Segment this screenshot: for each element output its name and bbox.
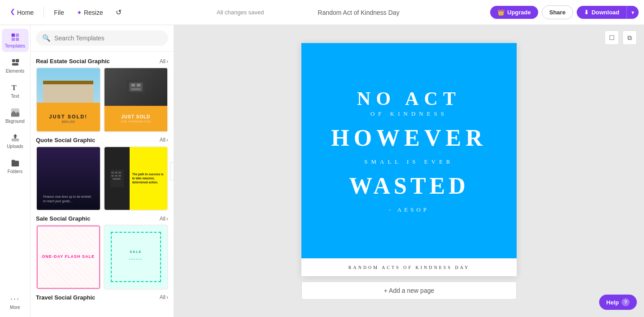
divider [44, 7, 44, 18]
frame-view-button[interactable]: ☐ [605, 30, 619, 45]
sidebar-more-label: More [10, 305, 20, 310]
svg-text:T: T [11, 83, 16, 92]
sale-grid: ONE-DAY FLASH SALE SALE [30, 225, 174, 290]
sidebar-item-uploads[interactable]: Uploads [2, 129, 29, 152]
topbar-center: All changes saved Random Act of Kindness… [130, 9, 487, 16]
search-input[interactable] [54, 35, 162, 42]
canvas-area: ☐ ⧉ NO ACT OF KINDNESS HOWEVER SMALL IS … [174, 25, 644, 317]
elements-icon [10, 57, 20, 67]
sidebar-folders-label: Folders [8, 169, 22, 174]
q1-text: Finance now lives up to be tenfold; to r… [43, 195, 93, 204]
resize-button[interactable]: ✦ Resize [72, 6, 108, 19]
canvas-footer: RANDOM ACTS OF KINDNESS DAY [301, 258, 517, 276]
chevron-right-icon: › [166, 137, 168, 143]
re1-price-text: $854,200 [62, 120, 75, 123]
home-button[interactable]: ❯ Home [5, 6, 38, 19]
collapse-panel-button[interactable]: ‹ [170, 162, 174, 180]
svg-point-4 [12, 59, 15, 62]
svg-rect-5 [15, 59, 18, 62]
template-item[interactable]: ONE-DAY FLASH SALE [36, 225, 101, 290]
main-layout: Templates Elements T Text Bkground [0, 25, 644, 317]
download-button-group: ⬇ Download ▾ [577, 6, 639, 19]
travel-title: Travel Social Graphic [36, 294, 95, 301]
help-icon: ? [622, 298, 630, 306]
chevron-left-icon: ❯ [10, 9, 15, 16]
chevron-right-icon: › [166, 216, 168, 222]
svg-rect-18 [118, 172, 121, 174]
quote-all-label: All [160, 137, 165, 143]
download-arrow-button[interactable]: ▾ [627, 6, 639, 19]
keyboard-img-icon [110, 169, 124, 187]
text-icon: T [10, 83, 20, 92]
svg-rect-0 [11, 34, 14, 37]
search-input-wrap: 🔍 [36, 30, 168, 46]
sidebar-templates-label: Templates [5, 43, 26, 48]
sidebar-elements-label: Elements [6, 69, 25, 74]
svg-rect-21 [118, 175, 121, 177]
design-line2: OF KINDNESS [370, 110, 448, 117]
design-line4: SMALL IS EVER [364, 158, 454, 165]
file-button[interactable]: File [49, 6, 69, 19]
template-item[interactable]: SALE [104, 225, 169, 290]
svg-rect-12 [131, 84, 135, 87]
frame-icon: ☐ [609, 34, 615, 41]
copy-page-button[interactable]: ⧉ [622, 30, 637, 45]
svg-rect-2 [11, 38, 14, 41]
chevron-right-icon: › [166, 294, 168, 300]
canvas-page: NO ACT OF KINDNESS HOWEVER SMALL IS EVER… [301, 43, 517, 276]
topbar-right: 👑 Upgrade Share ⬇ Download ▾ [490, 5, 639, 19]
template-item[interactable]: The path to success is to take massive, … [104, 146, 169, 211]
design-line3: HOWEVER [331, 125, 487, 151]
more-dots-icon: ··· [10, 294, 20, 304]
sidebar-item-elements[interactable]: Elements [2, 54, 29, 77]
share-button[interactable]: Share [542, 5, 573, 19]
real-estate-title: Real Estate Social Graphic [36, 58, 110, 65]
quote-all-button[interactable]: All › [160, 137, 168, 143]
real-estate-all-label: All [160, 58, 165, 65]
travel-all-button[interactable]: All › [160, 294, 168, 300]
sidebar-item-more[interactable]: ··· More [2, 291, 29, 313]
download-main-button[interactable]: ⬇ Download [577, 6, 627, 19]
add-page-button[interactable]: + Add a new page [301, 282, 517, 300]
svg-rect-13 [137, 84, 140, 87]
svg-rect-16 [111, 172, 114, 174]
sidebar-item-folders[interactable]: Folders [2, 154, 29, 178]
sidebar-item-background[interactable]: Bkground [2, 104, 29, 127]
upgrade-button[interactable]: 👑 Upgrade [490, 6, 538, 19]
upgrade-label: Upgrade [507, 9, 531, 16]
sale-decoration-icon [129, 255, 143, 264]
canvas-top-icons: ☐ ⧉ [605, 30, 637, 45]
topbar: ❯ Home File ✦ Resize ↺ All changes saved… [0, 0, 644, 25]
re1-sold-text: JUST SOLD! [49, 114, 87, 119]
background-icon [10, 108, 20, 117]
sidebar-icons: Templates Elements T Text Bkground [0, 25, 30, 317]
help-button[interactable]: Help ? [599, 295, 637, 310]
svg-rect-19 [111, 175, 114, 177]
chevron-right-icon: › [166, 58, 168, 65]
canvas-design[interactable]: NO ACT OF KINDNESS HOWEVER SMALL IS EVER… [301, 43, 517, 258]
template-item[interactable]: Finance now lives up to be tenfold; to r… [36, 146, 101, 211]
home-label: Home [17, 9, 34, 16]
template-item[interactable]: JUST SOLD! $854,200 [36, 67, 101, 132]
sidebar-item-templates[interactable]: Templates [2, 29, 29, 52]
uploads-icon [10, 133, 20, 143]
sidebar-uploads-label: Uploads [7, 144, 23, 149]
resize-label: Resize [84, 9, 103, 16]
search-icon: 🔍 [42, 34, 51, 42]
download-icon: ⬇ [584, 9, 589, 16]
design-line5: WASTED [349, 173, 469, 199]
canvas-footer-text: RANDOM ACTS OF KINDNESS DAY [348, 265, 470, 270]
topbar-left: ❯ Home File ✦ Resize ↺ [5, 5, 126, 19]
sidebar-item-text[interactable]: T Text [2, 79, 29, 102]
real-estate-grid: JUST SOLD! $854,200 [30, 67, 174, 132]
sale-title: Sale Social Graphic [36, 215, 90, 222]
real-estate-all-button[interactable]: All › [160, 58, 168, 65]
q2-quote-text: The path to success is to take massive, … [132, 172, 165, 184]
template-item[interactable]: JUST SOLD THE PENNINGTON [104, 67, 169, 132]
undo-button[interactable]: ↺ [111, 5, 126, 19]
quote-section-header: Quote Social Graphic All › [30, 132, 174, 146]
quote-title: Quote Social Graphic [36, 137, 95, 143]
s2-text: SALE [130, 250, 142, 253]
sale-all-button[interactable]: All › [160, 216, 168, 222]
sidebar-text-label: Text [11, 94, 19, 99]
